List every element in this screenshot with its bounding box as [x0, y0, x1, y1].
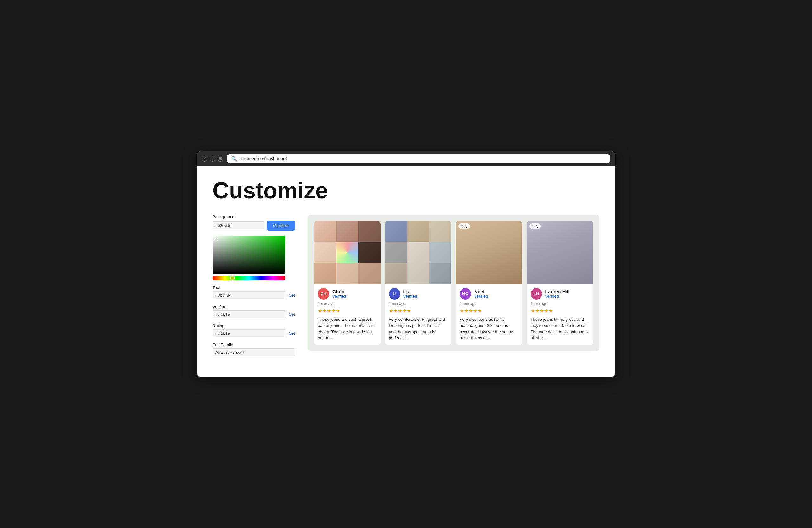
review-body-noel: NO Noel Verified 1 min ago ★★★★★ Very ni… [456, 284, 522, 345]
reviewer-name-lauren: Lauren Hill [545, 289, 570, 294]
reviewer-name-liz: Liz [404, 289, 417, 294]
color-gradient-area[interactable] [213, 236, 286, 274]
minimize-button[interactable]: − [210, 156, 215, 161]
verified-row: #cf5b1a Set [213, 310, 295, 318]
reviewer-info-lauren: Lauren Hill Verified [545, 289, 570, 299]
avatar-lauren: LH [531, 288, 542, 300]
close-button[interactable]: ✕ [202, 156, 207, 161]
verified-badge-chen: Verified [332, 294, 346, 299]
grid-img [429, 242, 451, 263]
address-bar[interactable]: 🔍 commenti.co/dashboard [227, 154, 610, 163]
grid-img [385, 263, 407, 284]
browser-chrome: ✕ − ⊡ 🔍 commenti.co/dashboard [197, 151, 615, 166]
grid-img [407, 242, 429, 263]
text-set-link[interactable]: Set [289, 293, 295, 298]
text-field-group: Text #3b3434 Set [213, 285, 295, 299]
badge-count-lauren: 5 [536, 224, 539, 228]
main-layout: Background #e2ebdd Confirm [213, 214, 599, 361]
grid-img [407, 263, 429, 284]
page-content: Customize Background #e2ebdd Confirm [197, 166, 615, 377]
restore-button[interactable]: ⊡ [218, 156, 223, 161]
window-controls: ✕ − ⊡ [202, 156, 223, 161]
avatar-chen: CH [318, 288, 329, 300]
review-time-noel: 1 min ago [460, 301, 519, 306]
rating-set-link[interactable]: Set [289, 331, 295, 336]
verified-badge-liz: Verified [404, 294, 417, 299]
page-title: Customize [213, 179, 599, 202]
grid-img [359, 263, 381, 284]
grid-img [359, 221, 381, 242]
grid-img [314, 242, 336, 263]
verified-label: Verified [213, 304, 295, 309]
grid-img [407, 221, 429, 242]
reviewer-name-noel: Noel [474, 289, 488, 294]
review-card-noel: ♡ 5 NO Noel Verified 1 min ago [456, 221, 522, 345]
badge-count-noel: 5 [465, 224, 467, 228]
stars-liz: ★★★★★ [389, 308, 448, 314]
reviewer-header-noel: NO Noel Verified [460, 288, 519, 300]
text-label: Text [213, 285, 295, 290]
text-value: #3b3434 [213, 291, 286, 299]
review-body-chen: CH Chen Verified 1 min ago ★★★★★ These j… [314, 284, 381, 345]
background-value[interactable]: #e2ebdd [213, 222, 264, 229]
reviewer-header-liz: LI Liz Verified [389, 288, 448, 300]
reviewer-header-lauren: LH Lauren Hill Verified [531, 288, 590, 300]
reviewer-info-noel: Noel Verified [474, 289, 488, 299]
reviewer-info-liz: Liz Verified [404, 289, 417, 299]
background-label: Background [213, 214, 295, 219]
grid-img [385, 242, 407, 263]
spectrum-thumb[interactable] [230, 275, 235, 281]
stars-chen: ★★★★★ [318, 308, 377, 314]
review-images-liz [385, 221, 452, 284]
review-text-noel: Very nice jeans as far as material goes.… [460, 316, 519, 341]
fontfamily-label: FontFamily [213, 342, 295, 347]
review-time-liz: 1 min ago [389, 301, 448, 306]
grid-img [314, 263, 336, 284]
rating-field-group: Rating #cf5b1a Set [213, 323, 295, 337]
image-badge-noel: ♡ 5 [458, 223, 470, 229]
background-row: #e2ebdd Confirm [213, 220, 295, 231]
avatar-noel: NO [460, 288, 471, 300]
url-display: commenti.co/dashboard [240, 156, 287, 161]
avatar-liz: LI [389, 288, 400, 300]
browser-window: ✕ − ⊡ 🔍 commenti.co/dashboard Customize … [197, 151, 615, 377]
image-badge-lauren: ♡ 5 [530, 223, 541, 229]
grid-img [429, 263, 451, 284]
verified-field-group: Verified #cf5b1a Set [213, 304, 295, 318]
color-gradient-dot[interactable] [214, 238, 218, 241]
confirm-button[interactable]: Confirm [267, 220, 295, 231]
fontfamily-field-group: FontFamily Arial, sans-serif [213, 342, 295, 356]
fontfamily-row: Arial, sans-serif [213, 348, 295, 356]
grid-img [314, 221, 336, 242]
search-icon: 🔍 [232, 156, 237, 161]
heart-icon: ♡ [461, 224, 464, 228]
text-row: #3b3434 Set [213, 291, 295, 299]
review-card-lauren: ♡ 5 LH Lauren Hill Verified 1 min ago [527, 221, 593, 345]
review-text-liz: Very comfortable. Fit great and the leng… [389, 316, 448, 341]
verified-value: #cf5b1a [213, 310, 286, 318]
review-time-chen: 1 min ago [318, 301, 377, 306]
review-body-liz: LI Liz Verified 1 min ago ★★★★★ Very com… [385, 284, 452, 345]
review-image-lauren: ♡ 5 [527, 221, 593, 284]
verified-badge-noel: Verified [474, 294, 488, 299]
background-field-group: Background #e2ebdd Confirm [213, 214, 295, 231]
color-picker[interactable] [213, 236, 295, 280]
color-spectrum[interactable] [213, 276, 286, 280]
review-image-noel: ♡ 5 [456, 221, 522, 284]
reviewer-header-chen: CH Chen Verified [318, 288, 377, 300]
rating-value: #cf5b1a [213, 329, 286, 337]
grid-img [336, 242, 359, 263]
reviews-panel: CH Chen Verified 1 min ago ★★★★★ These j… [308, 214, 599, 351]
left-panel: Background #e2ebdd Confirm [213, 214, 295, 361]
review-text-lauren: These jeans fit me great, and they're so… [531, 316, 590, 341]
reviewer-info-chen: Chen Verified [332, 289, 346, 299]
grid-img [336, 221, 359, 242]
reviewer-name-chen: Chen [332, 289, 346, 294]
review-time-lauren: 1 min ago [531, 301, 590, 306]
review-images-chen [314, 221, 381, 284]
review-body-lauren: LH Lauren Hill Verified 1 min ago ★★★★★ … [527, 284, 593, 345]
fontfamily-value: Arial, sans-serif [213, 348, 295, 356]
grid-img [359, 242, 381, 263]
review-card-liz: LI Liz Verified 1 min ago ★★★★★ Very com… [385, 221, 452, 345]
verified-set-link[interactable]: Set [289, 312, 295, 317]
